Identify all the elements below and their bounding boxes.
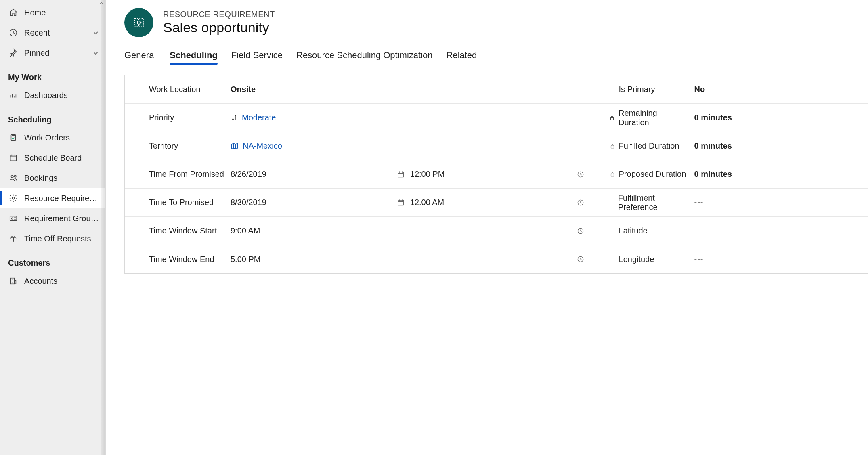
field-label: Fulfillment Preference	[618, 193, 688, 212]
form-column-left: Work Location Onsite Priority Moderate T…	[125, 75, 595, 273]
tab-scheduling[interactable]: Scheduling	[170, 50, 218, 64]
field-is-primary[interactable]: Is Primary No	[595, 75, 868, 104]
gear-icon	[8, 194, 19, 203]
field-value: 0 minutes	[694, 141, 732, 151]
field-label: Fulfilled Duration	[619, 141, 679, 151]
sidebar-item-accounts[interactable]: Accounts	[0, 271, 105, 291]
field-label: Time Window End	[149, 255, 214, 264]
svg-point-4	[11, 176, 14, 178]
clock-icon[interactable]	[576, 255, 585, 263]
priority-icon	[231, 114, 238, 122]
field-value-time: 12:00 PM	[410, 170, 445, 179]
sidebar-item-time-off[interactable]: Time Off Requests	[0, 229, 105, 249]
field-label: Longitude	[619, 255, 654, 264]
field-label: Work Location	[149, 85, 200, 94]
pin-icon	[8, 48, 19, 57]
sidebar-item-label: Bookings	[24, 174, 100, 183]
sidebar-item-home[interactable]: Home	[0, 2, 105, 23]
svg-rect-13	[398, 172, 403, 177]
field-value: 0 minutes	[694, 170, 732, 179]
tab-field-service[interactable]: Field Service	[231, 50, 283, 64]
sidebar-item-label: Resource Require…	[24, 194, 100, 203]
people-icon	[8, 174, 19, 182]
sidebar-heading-mywork: My Work	[0, 63, 105, 85]
sidebar-item-label: Accounts	[24, 277, 100, 286]
calendar-icon	[8, 153, 19, 162]
sidebar-item-dashboards[interactable]: Dashboards	[0, 85, 105, 105]
field-territory[interactable]: Territory NA-Mexico	[125, 132, 595, 160]
field-time-window-end[interactable]: Time Window End 5:00 PM	[125, 245, 595, 273]
field-longitude[interactable]: Longitude ---	[595, 245, 868, 273]
entity-badge	[124, 8, 153, 37]
sidebar-item-label: Dashboards	[24, 91, 100, 100]
field-time-window-start[interactable]: Time Window Start 9:00 AM	[125, 217, 595, 245]
form-tabs: General Scheduling Field Service Resourc…	[124, 50, 868, 64]
clipboard-icon	[8, 133, 19, 142]
sidebar-item-label: Requirement Grou…	[24, 214, 100, 223]
field-fulfilled-duration: Fulfilled Duration 0 minutes	[595, 132, 868, 160]
field-latitude[interactable]: Latitude ---	[595, 217, 868, 245]
field-value: 9:00 AM	[231, 226, 260, 235]
lock-icon	[609, 143, 616, 149]
svg-rect-20	[611, 146, 614, 148]
tab-related[interactable]: Related	[447, 50, 477, 64]
idcard-icon	[8, 214, 19, 223]
field-work-location[interactable]: Work Location Onsite	[125, 75, 595, 104]
record-title: Sales opportunity	[163, 20, 275, 36]
field-label: Proposed Duration	[619, 170, 686, 179]
field-value-date: 8/26/2019	[231, 170, 266, 179]
clock-icon[interactable]	[576, 227, 585, 235]
lock-icon	[609, 172, 616, 177]
calendar-icon[interactable]	[396, 199, 405, 207]
calendar-icon[interactable]	[396, 170, 405, 178]
svg-rect-21	[611, 174, 614, 176]
field-value: 5:00 PM	[231, 255, 260, 264]
field-fulfillment-preference[interactable]: Fulfillment Preference ---	[595, 189, 868, 217]
lock-icon	[609, 115, 616, 121]
sidebar-item-label: Recent	[24, 28, 92, 38]
field-value: ---	[694, 226, 704, 235]
tab-general[interactable]: General	[124, 50, 156, 64]
sidebar-item-bookings[interactable]: Bookings	[0, 168, 105, 188]
field-label: Priority	[149, 113, 174, 122]
field-priority[interactable]: Priority Moderate	[125, 104, 595, 132]
sidebar-item-label: Work Orders	[24, 133, 100, 143]
clock-icon[interactable]	[576, 199, 585, 207]
form-area: Work Location Onsite Priority Moderate T…	[124, 75, 868, 274]
field-time-from-promised[interactable]: Time From Promised 8/26/2019 12:00 PM	[125, 160, 595, 189]
sidebar-item-resource-requirements[interactable]: Resource Require…	[0, 188, 105, 208]
svg-point-12	[235, 115, 236, 116]
field-value-time: 12:00 AM	[410, 198, 444, 207]
palm-icon	[8, 234, 19, 243]
field-value: Moderate	[242, 113, 276, 122]
field-label: Latitude	[619, 226, 648, 235]
field-value: ---	[694, 255, 704, 264]
field-proposed-duration: Proposed Duration 0 minutes	[595, 160, 868, 189]
tab-rso[interactable]: Resource Scheduling Optimization	[296, 50, 433, 64]
sidebar-item-pinned[interactable]: Pinned	[0, 43, 105, 63]
sidebar-item-work-orders[interactable]: Work Orders	[0, 128, 105, 148]
sidebar-item-recent[interactable]: Recent	[0, 23, 105, 43]
entity-type-label: RESOURCE REQUIREMENT	[163, 10, 275, 19]
field-label: Is Primary	[619, 85, 655, 94]
sidebar-item-requirement-groups[interactable]: Requirement Grou…	[0, 208, 105, 229]
form-column-right: Is Primary No Remaining Duration 0 minut…	[595, 75, 868, 273]
main-content: RESOURCE REQUIREMENT Sales opportunity G…	[106, 0, 868, 455]
svg-rect-7	[10, 216, 17, 221]
map-icon	[231, 142, 239, 150]
field-value: Onsite	[231, 85, 256, 94]
field-label: Time From Promised	[149, 170, 224, 179]
field-label: Time Window Start	[149, 226, 217, 235]
field-time-to-promised[interactable]: Time To Promised 8/30/2019 12:00 AM	[125, 189, 595, 217]
sidebar-item-schedule-board[interactable]: Schedule Board	[0, 148, 105, 168]
svg-point-11	[137, 21, 140, 24]
svg-point-8	[11, 218, 13, 219]
sidebar-item-label: Pinned	[24, 48, 92, 58]
svg-rect-15	[398, 200, 403, 205]
home-icon	[8, 8, 19, 17]
clock-icon[interactable]	[576, 170, 585, 178]
clock-icon	[8, 28, 19, 37]
record-header: RESOURCE REQUIREMENT Sales opportunity	[124, 8, 868, 37]
field-label: Time To Promised	[149, 198, 214, 207]
field-label: Territory	[149, 141, 178, 151]
